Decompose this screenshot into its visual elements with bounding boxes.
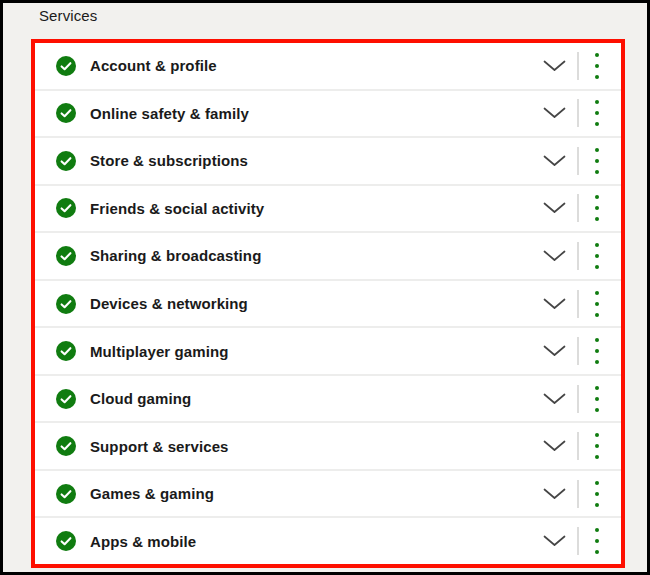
kebab-menu-icon[interactable] [592,146,602,176]
status-ok-checkmark-circle-icon [56,198,76,218]
row-actions [542,146,602,176]
vertical-divider [577,337,579,365]
chevron-down-icon[interactable] [542,196,566,220]
status-ok-checkmark-circle-icon [56,246,76,266]
chevron-down-icon[interactable] [542,54,566,78]
status-ok-checkmark-circle-icon [56,56,76,76]
service-row[interactable]: Multiplayer gaming [35,326,621,374]
status-ok-checkmark-circle-icon [56,484,76,504]
service-label: Online safety & family [90,105,249,122]
service-label: Apps & mobile [90,533,196,550]
service-row[interactable]: Devices & networking [35,279,621,327]
chevron-down-icon[interactable] [542,482,566,506]
services-status-page: Services Account & profile [0,0,650,575]
service-row[interactable]: Support & services [35,421,621,469]
row-actions [542,384,602,414]
vertical-divider [577,527,579,555]
vertical-divider [577,480,579,508]
vertical-divider [577,52,579,80]
service-row[interactable]: Cloud gaming [35,374,621,422]
vertical-divider [577,242,579,270]
service-label: Games & gaming [90,485,214,502]
row-actions [542,193,602,223]
kebab-menu-icon[interactable] [592,241,602,271]
row-actions [542,98,602,128]
chevron-down-icon[interactable] [542,292,566,316]
page-title: Services [39,7,97,24]
chevron-down-icon[interactable] [542,339,566,363]
service-row[interactable]: Store & subscriptions [35,136,621,184]
service-row[interactable]: Apps & mobile [35,516,621,564]
chevron-down-icon[interactable] [542,434,566,458]
vertical-divider [577,147,579,175]
chevron-down-icon[interactable] [542,244,566,268]
status-ok-checkmark-circle-icon [56,436,76,456]
service-row[interactable]: Online safety & family [35,89,621,137]
kebab-menu-icon[interactable] [592,431,602,461]
service-label: Store & subscriptions [90,152,248,169]
kebab-menu-icon[interactable] [592,526,602,556]
service-list: Account & profile Online safety & family [35,43,621,564]
chevron-down-icon[interactable] [542,101,566,125]
service-row[interactable]: Friends & social activity [35,184,621,232]
service-label: Account & profile [90,57,217,74]
row-actions [542,51,602,81]
service-row[interactable]: Sharing & broadcasting [35,231,621,279]
service-row[interactable]: Account & profile [35,43,621,89]
kebab-menu-icon[interactable] [592,193,602,223]
row-actions [542,526,602,556]
status-ok-checkmark-circle-icon [56,531,76,551]
service-label: Cloud gaming [90,390,191,407]
row-actions [542,479,602,509]
vertical-divider [577,194,579,222]
vertical-divider [577,99,579,127]
service-row[interactable]: Games & gaming [35,469,621,517]
vertical-divider [577,432,579,460]
status-ok-checkmark-circle-icon [56,103,76,123]
chevron-down-icon[interactable] [542,149,566,173]
kebab-menu-icon[interactable] [592,51,602,81]
service-label: Devices & networking [90,295,248,312]
kebab-menu-icon[interactable] [592,98,602,128]
chevron-down-icon[interactable] [542,529,566,553]
chevron-down-icon[interactable] [542,387,566,411]
service-label: Sharing & broadcasting [90,247,261,264]
row-actions [542,289,602,319]
row-actions [542,431,602,461]
status-ok-checkmark-circle-icon [56,151,76,171]
highlight-rectangle: Account & profile Online safety & family [31,39,625,568]
kebab-menu-icon[interactable] [592,289,602,319]
service-label: Multiplayer gaming [90,343,229,360]
row-actions [542,336,602,366]
vertical-divider [577,385,579,413]
service-label: Support & services [90,438,229,455]
kebab-menu-icon[interactable] [592,384,602,414]
service-label: Friends & social activity [90,200,264,217]
status-ok-checkmark-circle-icon [56,294,76,314]
kebab-menu-icon[interactable] [592,479,602,509]
status-ok-checkmark-circle-icon [56,341,76,361]
row-actions [542,241,602,271]
kebab-menu-icon[interactable] [592,336,602,366]
vertical-divider [577,290,579,318]
status-ok-checkmark-circle-icon [56,389,76,409]
